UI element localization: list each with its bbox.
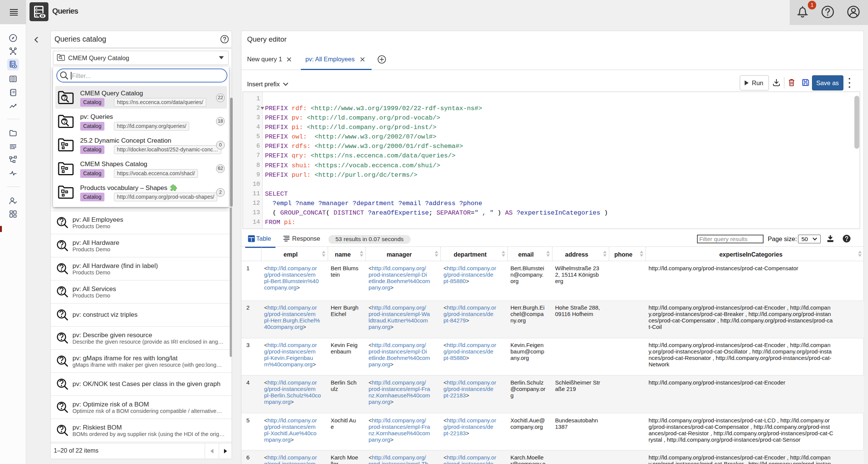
svg-text:?: ? (60, 56, 61, 58)
